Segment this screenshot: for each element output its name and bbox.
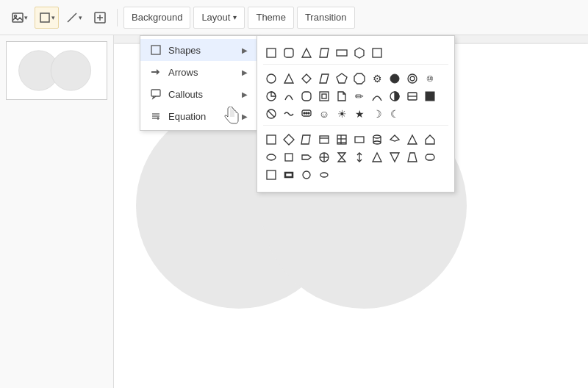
shape-hexagon[interactable] (351, 45, 368, 61)
shape-moon2[interactable]: ☾ (387, 106, 403, 122)
svg-rect-35 (322, 94, 326, 98)
flow-tri-down[interactable] (387, 149, 403, 165)
shapes-button[interactable]: ▾ (35, 7, 59, 29)
shape-rounded-sq[interactable] (298, 88, 315, 104)
shape-brace[interactable] (404, 88, 420, 104)
shape-circle-filled[interactable] (387, 71, 403, 87)
flow-rect-thick[interactable] (281, 167, 297, 183)
menu-item-equation[interactable]: Equation ▶ (140, 105, 257, 127)
svg-rect-20 (337, 50, 347, 56)
flow-sq3[interactable] (263, 167, 279, 183)
equation-menu-label: Equation (168, 111, 236, 122)
shape-rhombus[interactable] (298, 71, 315, 87)
shape-rect-filled[interactable] (422, 88, 438, 104)
svg-rect-2 (40, 13, 49, 22)
shape-no[interactable] (263, 106, 279, 122)
shapes-menu-label: Shapes (168, 45, 236, 56)
shapes-dropdown-arrow[interactable]: ▾ (51, 14, 55, 21)
shapes-submenu: ⚙ ⑩ (257, 35, 455, 193)
slide-preview (7, 42, 107, 99)
menu-item-arrows[interactable]: Arrows ▶ (140, 61, 257, 83)
flow-ellipse[interactable] (316, 167, 332, 183)
svg-rect-17 (284, 48, 293, 57)
svg-marker-18 (302, 48, 311, 57)
shape-circle[interactable] (263, 71, 279, 87)
menu-item-shapes[interactable]: Shapes ▶ (140, 39, 257, 61)
slide-thumbnail[interactable]: 1 (6, 41, 107, 100)
shape-pie[interactable] (263, 88, 279, 104)
flow-para[interactable] (298, 132, 315, 148)
flow-rect[interactable] (263, 132, 279, 148)
shape-arc2[interactable] (369, 88, 385, 104)
shape-smile[interactable]: ☺ (316, 106, 332, 122)
flow-diamond2[interactable] (387, 132, 403, 148)
shape-rect2[interactable] (369, 45, 385, 61)
shape-wide-rect[interactable] (334, 45, 350, 61)
shape-wave[interactable] (281, 106, 297, 122)
flow-house[interactable] (422, 132, 438, 148)
callouts-menu-icon (149, 87, 162, 101)
shape-triangle[interactable] (298, 45, 315, 61)
svg-rect-75 (285, 173, 293, 177)
svg-point-44 (306, 112, 307, 114)
svg-rect-74 (267, 170, 276, 179)
flow-drum[interactable] (369, 132, 385, 148)
shape-sun[interactable]: ☀ (334, 106, 350, 122)
svg-rect-34 (320, 92, 329, 101)
flow-rounded[interactable] (422, 149, 438, 165)
flow-tri-up[interactable] (404, 132, 420, 148)
flow-sq2[interactable] (281, 149, 297, 165)
shape-frame[interactable] (316, 88, 332, 104)
flow-circle2[interactable] (298, 167, 315, 183)
line-dropdown-arrow[interactable]: ▾ (79, 14, 82, 21)
shape-rounded-rect[interactable] (281, 45, 297, 61)
transition-button[interactable]: Transition (297, 7, 355, 29)
svg-marker-61 (426, 135, 434, 144)
shape-moon[interactable]: ☽ (369, 106, 385, 122)
arrows-menu-label: Arrows (168, 67, 236, 78)
flow-hourglass[interactable] (334, 149, 350, 165)
shape-square[interactable] (263, 45, 279, 61)
add-button[interactable] (89, 7, 111, 29)
flow-data[interactable] (334, 132, 350, 148)
flow-updown[interactable] (351, 149, 368, 165)
flow-cross[interactable] (316, 149, 332, 165)
svg-point-56 (373, 135, 381, 138)
svg-marker-25 (302, 74, 311, 83)
flow-arrow-shape[interactable] (298, 149, 315, 165)
flow-tri2[interactable] (369, 149, 385, 165)
shape-parallelogram[interactable] (316, 45, 332, 61)
shape-gear[interactable]: ⚙ (369, 71, 385, 87)
shape-arc[interactable] (281, 88, 297, 104)
theme-button[interactable]: Theme (248, 7, 293, 29)
shape-tri2[interactable] (281, 71, 297, 87)
shape-cloud-call[interactable] (298, 106, 315, 122)
svg-marker-21 (355, 48, 364, 58)
shape-doc[interactable] (334, 88, 350, 104)
svg-line-41 (268, 111, 274, 117)
shape-octagon[interactable] (351, 71, 368, 87)
background-button[interactable]: Background (123, 7, 190, 29)
flow-oval[interactable] (263, 149, 279, 165)
flow-rect2[interactable] (351, 132, 368, 148)
shape-num10[interactable]: ⑩ (422, 71, 438, 87)
flow-diamond[interactable] (281, 132, 297, 148)
shape-star[interactable]: ★ (351, 106, 368, 122)
line-icon (65, 11, 79, 24)
shape-circle-half[interactable] (387, 88, 403, 104)
layout-button[interactable]: Layout (193, 7, 245, 29)
shape-pentagon[interactable] (334, 71, 350, 87)
line-button[interactable]: ▾ (62, 7, 86, 29)
shape-circle2[interactable] (404, 71, 420, 87)
svg-point-62 (267, 154, 276, 160)
shape-pencil[interactable]: ✏ (351, 88, 368, 104)
image-dropdown-arrow[interactable]: ▾ (24, 14, 28, 21)
flow-trapezoid[interactable] (404, 149, 420, 165)
svg-rect-55 (355, 137, 364, 143)
menu-item-callouts[interactable]: Callouts ▶ (140, 83, 257, 105)
svg-rect-0 (12, 13, 23, 22)
shape-para2[interactable] (316, 71, 332, 87)
flow-tape[interactable] (316, 132, 332, 148)
image-button[interactable]: ▾ (7, 7, 32, 29)
svg-marker-70 (373, 153, 381, 162)
